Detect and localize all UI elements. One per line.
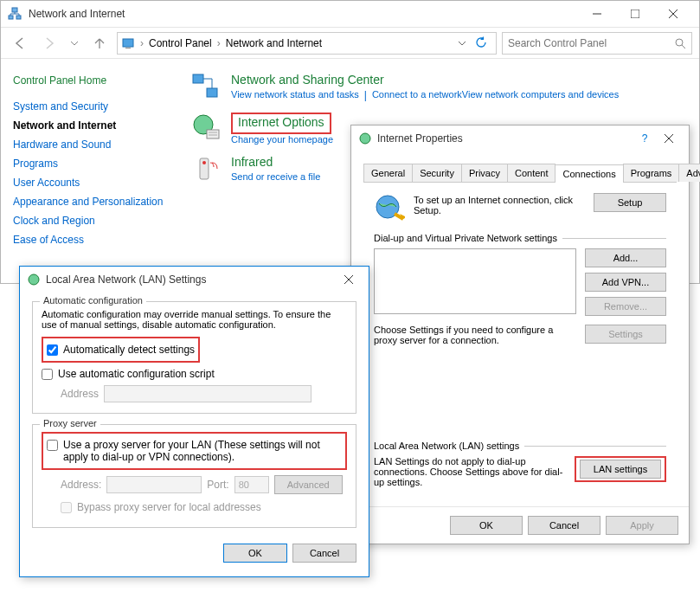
port-input (234, 476, 269, 493)
maximize-button[interactable] (616, 1, 654, 27)
connection-wizard-icon (374, 193, 405, 224)
sidebar: Control Panel Home System and Security N… (1, 59, 183, 283)
breadcrumb-section[interactable]: Network and Internet (226, 37, 322, 49)
breadcrumb-root[interactable]: Control Panel (149, 37, 212, 49)
lan-settings-dialog: Local Area Network (LAN) Settings Automa… (19, 266, 369, 577)
tab-programs[interactable]: Programs (623, 164, 680, 182)
link-homepage[interactable]: Change your homepage (231, 134, 333, 145)
forward-button[interactable] (37, 31, 61, 55)
lan-ok-button[interactable]: OK (223, 544, 287, 563)
up-button[interactable] (87, 31, 112, 55)
minimize-button[interactable] (578, 1, 616, 27)
close-button[interactable] (654, 1, 692, 27)
svg-rect-12 (207, 88, 217, 97)
svg-rect-14 (207, 130, 219, 138)
proxy-use-checkbox[interactable] (47, 440, 58, 451)
add-button[interactable]: Add... (585, 248, 666, 267)
sidebar-item-accounts[interactable]: User Accounts (13, 173, 170, 192)
tab-general[interactable]: General (363, 164, 413, 182)
sidebar-item-system[interactable]: System and Security (13, 97, 170, 116)
lan-cancel-button[interactable]: Cancel (292, 544, 356, 563)
cat-network-sharing[interactable]: Network and Sharing Center (231, 73, 619, 87)
port-label: Port: (207, 479, 228, 491)
svg-point-19 (360, 133, 370, 144)
sidebar-item-clock[interactable]: Clock and Region (13, 211, 170, 230)
bypass-checkbox (61, 502, 72, 513)
auto-detect-label: Automatically detect settings (63, 344, 195, 356)
search-field[interactable] (508, 37, 674, 49)
auto-script-label: Use automatic configuration script (58, 368, 215, 380)
ip-ok-button[interactable]: OK (450, 516, 523, 535)
add-vpn-button[interactable]: Add VPN... (585, 273, 666, 292)
auto-detect-checkbox[interactable] (47, 344, 58, 356)
link-view-status[interactable]: View network status and tasks (231, 89, 359, 101)
chevron-right-icon[interactable]: › (138, 37, 145, 49)
lan-close-button[interactable] (336, 268, 362, 291)
window-title: Network and Internet (29, 8, 578, 20)
highlight-proxy: Use a proxy server for your LAN (These s… (42, 432, 347, 470)
dial-list[interactable] (374, 248, 576, 314)
sidebar-item-ease[interactable]: Ease of Access (13, 230, 170, 249)
tab-advanced[interactable]: Advanced (678, 164, 700, 182)
sidebar-item-network[interactable]: Network and Internet (13, 116, 170, 135)
help-button[interactable]: ? (633, 127, 656, 150)
proxy-use-label: Use a proxy server for your LAN (These s… (63, 439, 342, 463)
infrared-icon (191, 155, 221, 184)
chevron-right-icon[interactable]: › (215, 37, 222, 49)
bypass-row: Bypass proxy server for local addresses (61, 501, 347, 513)
path-dropdown[interactable] (454, 31, 470, 55)
ip-cancel-button[interactable]: Cancel (528, 516, 600, 535)
control-panel-icon (121, 36, 135, 50)
auto-script-checkbox[interactable] (42, 369, 53, 380)
ip-titlebar: Internet Properties ? (351, 125, 689, 151)
ip-apply-button: Apply (606, 516, 678, 535)
tab-connections[interactable]: Connections (555, 164, 623, 183)
svg-point-9 (676, 39, 683, 46)
proxy-group: Proxy server Use a proxy server for your… (32, 424, 356, 528)
sidebar-home-link[interactable]: Control Panel Home (13, 74, 170, 87)
internet-options-icon (191, 113, 221, 142)
link-connect[interactable]: Connect to a network (372, 89, 462, 101)
link-send-file[interactable]: Send or receive a file (231, 171, 320, 182)
search-icon (674, 37, 686, 49)
lan-title: Local Area Network (LAN) Settings (46, 273, 336, 286)
tab-privacy[interactable]: Privacy (461, 164, 508, 182)
choose-text: Choose Settings if you need to configure… (374, 325, 576, 345)
svg-rect-4 (631, 10, 639, 18)
proxy-address-label: Address: (61, 479, 101, 491)
network-icon (8, 7, 22, 21)
settings-button: Settings (585, 325, 666, 344)
sidebar-item-hardware[interactable]: Hardware and Sound (13, 135, 170, 154)
setup-text: To set up an Internet connection, click … (414, 193, 585, 216)
back-button[interactable] (8, 31, 32, 55)
tab-content[interactable]: Content (507, 164, 556, 182)
svg-point-18 (202, 161, 206, 164)
address-input (104, 385, 311, 402)
ip-close-button[interactable] (656, 127, 682, 150)
history-dropdown[interactable] (67, 31, 82, 55)
tab-security[interactable]: Security (412, 164, 462, 182)
lan-settings-button[interactable]: LAN settings (580, 460, 661, 479)
link-view-computers[interactable]: View network computers and devices (462, 89, 619, 101)
network-sharing-icon (191, 73, 221, 102)
proxy-address-input (106, 476, 202, 493)
refresh-button[interactable] (470, 31, 492, 54)
breadcrumb[interactable]: › Control Panel › Network and Internet (117, 32, 497, 55)
auto-detect-row[interactable]: Automatically detect settings (47, 344, 195, 356)
sidebar-item-appearance[interactable]: Appearance and Personalization (13, 192, 170, 211)
svg-rect-2 (12, 8, 17, 12)
setup-button[interactable]: Setup (594, 193, 666, 212)
svg-line-10 (682, 45, 685, 48)
svg-rect-1 (16, 16, 21, 19)
sidebar-item-programs[interactable]: Programs (13, 154, 170, 173)
svg-rect-11 (193, 74, 203, 83)
auto-group-label: Automatic configuration (40, 295, 146, 306)
titlebar: Network and Internet (1, 1, 699, 27)
cat-internet-options[interactable]: Internet Options (238, 115, 324, 129)
cat-infrared[interactable]: Infrared (231, 155, 320, 169)
highlight-lan-settings: LAN settings (575, 456, 666, 482)
proxy-use-row[interactable]: Use a proxy server for your LAN (These s… (47, 439, 342, 463)
search-input[interactable] (502, 32, 692, 55)
auto-script-row[interactable]: Use automatic configuration script (42, 368, 347, 380)
address-label: Address (61, 388, 99, 400)
